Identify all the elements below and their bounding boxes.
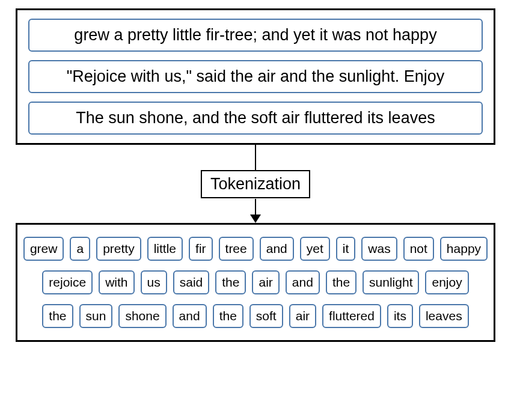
token: and <box>260 237 294 261</box>
connector-line-top <box>255 145 256 170</box>
arrowhead-icon <box>250 215 261 223</box>
token: tree <box>219 237 254 261</box>
token: the <box>326 270 356 294</box>
token: shone <box>118 304 166 328</box>
token: and <box>173 304 207 328</box>
token: little <box>147 237 183 261</box>
token: was <box>361 237 397 261</box>
output-tokens-box: grew a pretty little fir tree and yet it… <box>16 223 495 342</box>
token: and <box>286 270 320 294</box>
process-label-text: Tokenization <box>210 175 301 193</box>
token: the <box>213 304 243 328</box>
token-row: the sun shone and the soft air fluttered… <box>26 304 485 328</box>
input-sentence: The sun shone, and the soft air fluttere… <box>28 102 483 135</box>
token: a <box>70 237 90 261</box>
token: soft <box>249 304 283 328</box>
token: happy <box>440 237 488 261</box>
token: us <box>141 270 167 294</box>
token: leaves <box>419 304 469 328</box>
process-label-box: Tokenization <box>201 170 310 198</box>
input-sentences-box: grew a pretty little fir-tree; and yet i… <box>16 8 495 145</box>
token: pretty <box>96 237 141 261</box>
token: it <box>336 237 356 261</box>
token: sun <box>79 304 113 328</box>
token: said <box>173 270 210 294</box>
token-row: rejoice with us said the air and the sun… <box>26 270 485 294</box>
token: rejoice <box>42 270 93 294</box>
token: grew <box>23 237 64 261</box>
token: fluttered <box>322 304 381 328</box>
token: enjoy <box>425 270 468 294</box>
input-sentence: grew a pretty little fir-tree; and yet i… <box>28 19 483 52</box>
token: sunlight <box>363 270 419 294</box>
input-sentence: "Rejoice with us," said the air and the … <box>28 60 483 93</box>
token-row: grew a pretty little fir tree and yet it… <box>26 237 485 261</box>
token: yet <box>300 237 330 261</box>
token: its <box>387 304 413 328</box>
token: the <box>215 270 246 294</box>
flow-connector: Tokenization <box>16 145 495 223</box>
token: air <box>289 304 316 328</box>
token: with <box>99 270 134 294</box>
token: fir <box>189 237 213 261</box>
token: air <box>252 270 279 294</box>
token: the <box>42 304 73 328</box>
diagram-stage: grew a pretty little fir-tree; and yet i… <box>16 8 495 342</box>
token: not <box>403 237 434 261</box>
